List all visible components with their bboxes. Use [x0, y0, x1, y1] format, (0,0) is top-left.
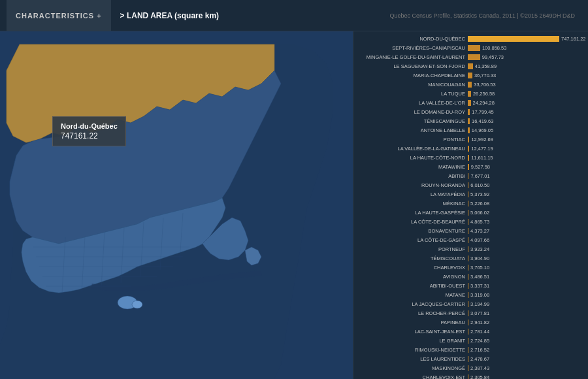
chart-row-value: 12,477.19 — [471, 146, 493, 152]
chart-row: LA HAUTE-CÔTE-NORD11,611.15 — [353, 153, 588, 162]
chart-row: NORD-DU-QUÉBEC747,161.22 — [353, 34, 588, 43]
chart-row-value: 4,865.73 — [470, 219, 489, 225]
chart-bar — [468, 100, 471, 106]
chart-bar — [468, 146, 469, 152]
characteristics-button[interactable]: CHARACTERISTICS + — [7, 0, 111, 31]
chart-bar-wrap: 36,770.33 — [468, 73, 584, 78]
chart-row-label: PONTIAC — [353, 137, 468, 142]
chart-row-label: LA VALLÉE-DE-LA-GATINEAU — [353, 146, 468, 152]
chart-row-value: 4,373.27 — [470, 228, 489, 234]
chart-bar-wrap: 3,077.81 — [468, 310, 584, 316]
chart-bar-wrap: 9,527.58 — [468, 164, 584, 170]
chart-bar — [468, 329, 468, 335]
map-area[interactable]: Nord-du-Québec 747161.22 — [0, 31, 353, 379]
chart-bar — [468, 265, 468, 271]
chart-bar-wrap: 2,387.43 — [468, 365, 584, 371]
chart-bar-wrap: 12,477.19 — [468, 146, 584, 152]
chart-bar-wrap: 3,904.90 — [468, 255, 584, 261]
chart-bar — [468, 228, 468, 234]
chart-row-value: 26,256.58 — [473, 91, 495, 97]
chart-row-label: MATANE — [353, 292, 468, 298]
chart-row-value: 2,716.52 — [470, 347, 489, 353]
chart-row-value: 2,305.84 — [470, 374, 489, 380]
chart-row: ABITIBI-OUEST3,337.31 — [353, 281, 588, 290]
chart-row-value: 6,010.50 — [470, 182, 489, 188]
breadcrumb-title: LAND AREA (square km) — [127, 11, 219, 20]
chart-row: MINGANIE-LE GOLFE-DU-SAINT-LAURENT99,457… — [353, 52, 588, 61]
header: CHARACTERISTICS + > LAND AREA (square km… — [0, 0, 588, 31]
chart-row: TÉMISCOUATA3,904.90 — [353, 254, 588, 263]
source-text: Quebec Census Profile, Statistics Canada… — [389, 12, 581, 19]
chart-row-label: AVIGNON — [353, 274, 468, 280]
chart-bar-wrap: 26,256.58 — [468, 91, 584, 97]
chart-bar-wrap: 2,781.44 — [468, 329, 584, 335]
chart-row: ABITIBI7,677.01 — [353, 171, 588, 180]
chart-row-label: LES LAURENTIDES — [353, 356, 468, 362]
chart-row-value: 2,941.82 — [470, 320, 489, 325]
chart-row-value: 12,992.69 — [471, 137, 493, 142]
chart-bar — [468, 73, 472, 78]
chart-row-value: 3,194.99 — [470, 301, 489, 307]
chart-bar — [468, 274, 468, 280]
chart-bar-wrap: 12,992.69 — [468, 137, 584, 142]
chart-bar-wrap: 5,066.02 — [468, 210, 584, 216]
chart-row-label: ROUYN-NORANDA — [353, 182, 468, 188]
chart-row-value: 3,319.08 — [470, 292, 489, 298]
chart-row: BONAVENTURE4,373.27 — [353, 226, 588, 235]
chart-bar-wrap: 3,765.10 — [468, 265, 584, 271]
chart-row-label: ABITIBI-OUEST — [353, 283, 468, 289]
chart-bar — [468, 118, 470, 124]
chart-bar-wrap: 2,305.84 — [468, 374, 584, 380]
chart-row-value: 24,294.28 — [473, 100, 495, 106]
chart-bar-wrap: 41,358.89 — [468, 63, 584, 69]
chart-row-value: 5,066.02 — [470, 210, 489, 216]
chart-bar-wrap: 14,969.05 — [468, 127, 584, 133]
chart-row-value: 99,457.73 — [482, 54, 504, 60]
chart-bar-wrap: 3,923.24 — [468, 246, 584, 252]
chart-row-value: 3,486.51 — [470, 274, 489, 280]
chart-row: MATAWINIE9,527.58 — [353, 162, 588, 171]
chart-row-label: PORTNEUF — [353, 246, 468, 252]
breadcrumb-prefix: > — [120, 11, 127, 20]
chart-row: LA TUQUE26,256.58 — [353, 89, 588, 98]
chart-row: CHARLEVOIX3,765.10 — [353, 263, 588, 272]
chart-bar — [468, 301, 468, 307]
chart-panel[interactable]: NORD-DU-QUÉBEC747,161.22SEPT-RIVIÈRES–CA… — [353, 31, 588, 379]
chart-row-label: LA CÔTE-DE-GASPÉ — [353, 237, 468, 243]
chart-row: ROUYN-NORANDA6,010.50 — [353, 180, 588, 190]
chart-bar — [468, 36, 559, 42]
chart-row: MATANE3,319.08 — [353, 290, 588, 299]
chart-row: LE GRANIT2,724.85 — [353, 336, 588, 345]
chart-bar-wrap: 11,611.15 — [468, 155, 584, 161]
chart-bar-wrap: 2,941.82 — [468, 320, 584, 325]
chart-bar — [468, 155, 469, 161]
chart-bar — [468, 109, 470, 115]
chart-row-value: 100,858.53 — [482, 45, 507, 51]
chart-bar-wrap: 99,457.73 — [468, 54, 584, 60]
chart-row: LA HAUTE-GASPÉSIE5,066.02 — [353, 208, 588, 217]
chart-bar-wrap: 5,373.92 — [468, 191, 584, 197]
chart-row-value: 9,527.58 — [471, 164, 490, 170]
chart-bar-wrap: 3,337.31 — [468, 283, 584, 289]
chart-row: MÉKINAC5,226.08 — [353, 199, 588, 208]
chart-bar-wrap: 2,716.52 — [468, 347, 584, 353]
chart-row-label: ABITIBI — [353, 173, 468, 179]
chart-row-label: LA HAUTE-CÔTE-NORD — [353, 155, 468, 161]
chart-bar — [468, 137, 469, 142]
chart-row-label: LAC-SAINT-JEAN-EST — [353, 329, 468, 335]
chart-bar — [468, 292, 468, 298]
chart-row-label: LE DOMAINE-DU-ROY — [353, 109, 468, 115]
chart-bar-wrap: 5,226.08 — [468, 201, 584, 206]
chart-bar — [468, 347, 468, 353]
chart-row-label: BONAVENTURE — [353, 228, 468, 234]
chart-row-label: LA JACQUES-CARTIER — [353, 301, 468, 307]
chart-bar-wrap: 16,419.63 — [468, 118, 584, 124]
chart-bar — [468, 365, 468, 371]
chart-row: LA VALLÉE-DE-L'OR24,294.28 — [353, 98, 588, 107]
chart-row: AVIGNON3,486.51 — [353, 272, 588, 281]
chart-row-label: CHARLEVOIX-EST — [353, 374, 468, 380]
chart-row-value: 747,161.22 — [561, 36, 586, 42]
chart-bar — [468, 82, 472, 88]
map-svg — [0, 31, 353, 379]
chart-row: CHARLEVOIX-EST2,305.84 — [353, 372, 588, 379]
